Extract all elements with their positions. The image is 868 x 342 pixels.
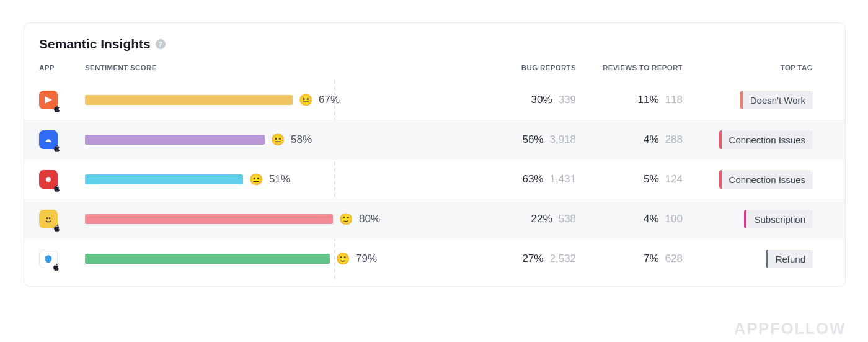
apple-icon (53, 144, 61, 153)
tag-label: Doesn't Work (743, 95, 813, 106)
sentiment-emoji-icon: 😐 (249, 174, 263, 185)
tag-label: Subscription (746, 214, 813, 225)
table-header: APP SENTIMENT SCORE BUG REPORTS REVIEWS … (24, 58, 845, 80)
help-icon[interactable]: ? (156, 39, 166, 49)
bug-count: 339 (559, 94, 576, 106)
reviews-count: 628 (665, 253, 683, 265)
app-cell (39, 130, 85, 149)
bug-reports-cell: 63% 1,431 (467, 173, 576, 186)
top-tag[interactable]: Connection Issues (719, 170, 813, 189)
app-icon[interactable] (39, 210, 58, 228)
apple-icon (53, 223, 61, 232)
sentiment-cell: 😐 58% (85, 133, 467, 146)
reviews-to-report-cell: 5% 124 (576, 173, 683, 186)
sentiment-emoji-icon: 🙂 (336, 253, 350, 264)
sentiment-bar (85, 174, 243, 184)
tag-label: Refund (768, 254, 813, 264)
reviews-count: 100 (665, 213, 683, 225)
sentiment-emoji-icon: 🙂 (339, 214, 353, 225)
card-title: Semantic Insights (39, 37, 151, 52)
top-tag[interactable]: Subscription (744, 210, 813, 228)
apple-icon (53, 184, 61, 192)
sentiment-bar (85, 214, 333, 224)
sentiment-cell: 😐 51% (85, 173, 467, 186)
reviews-to-report-cell: 7% 628 (576, 253, 683, 265)
sentiment-bar (85, 254, 330, 264)
tag-label: Connection Issues (722, 174, 813, 185)
col-header-reviews: REVIEWS TO REPORT (576, 64, 683, 71)
app-cell (39, 210, 85, 228)
apple-icon (52, 263, 61, 271)
bug-percent: 27% (522, 253, 543, 265)
bug-percent: 56% (522, 133, 543, 146)
table-row[interactable]: 😐 51% 63% 1,431 5% 124 Connection Issues (24, 160, 845, 199)
bug-percent: 22% (531, 213, 552, 225)
reviews-percent: 4% (644, 133, 659, 146)
bug-percent: 63% (522, 173, 543, 186)
bug-reports-cell: 27% 2,532 (467, 253, 576, 265)
bug-reports-cell: 30% 339 (467, 94, 576, 106)
table-row[interactable]: 🙂 80% 22% 538 4% 100 Subscription (24, 199, 845, 239)
watermark: APPFOLLOW (734, 319, 846, 338)
table-rows: 😐 67% 30% 339 11% 118 Doesn't Work (24, 80, 845, 279)
bug-count: 538 (559, 213, 576, 225)
sentiment-percent: 67% (319, 94, 340, 106)
app-icon[interactable] (39, 250, 58, 268)
sentiment-percent: 51% (269, 173, 290, 186)
semantic-insights-card: Semantic Insights ? APP SENTIMENT SCORE … (24, 22, 846, 287)
apple-icon (53, 104, 61, 113)
top-tag-cell: Refund (683, 250, 830, 268)
sentiment-cell: 😐 67% (85, 94, 467, 106)
bug-percent: 30% (531, 94, 552, 106)
sentiment-emoji-icon: 😐 (299, 94, 312, 106)
app-cell (39, 91, 85, 109)
sentiment-cell: 🙂 79% (85, 253, 467, 265)
top-tag[interactable]: Connection Issues (719, 130, 813, 149)
sentiment-percent: 80% (359, 213, 380, 225)
sentiment-bar (85, 135, 265, 145)
bug-count: 1,431 (549, 173, 576, 186)
top-tag-cell: Connection Issues (683, 130, 830, 149)
col-header-score: SENTIMENT SCORE (85, 64, 467, 71)
app-cell (39, 250, 85, 268)
top-tag-cell: Connection Issues (683, 170, 830, 189)
reviews-percent: 11% (638, 94, 659, 106)
reviews-to-report-cell: 4% 100 (576, 213, 683, 225)
sentiment-emoji-icon: 😐 (271, 134, 285, 145)
reviews-count: 124 (665, 173, 683, 186)
reviews-count: 288 (665, 133, 683, 146)
reviews-count: 118 (665, 94, 683, 106)
reviews-to-report-cell: 4% 288 (576, 133, 683, 146)
sentiment-percent: 79% (356, 253, 377, 265)
reviews-percent: 5% (644, 173, 659, 186)
col-header-bug: BUG REPORTS (467, 64, 576, 71)
app-icon[interactable] (39, 91, 58, 109)
top-tag-cell: Doesn't Work (683, 91, 830, 109)
table-row[interactable]: 🙂 79% 27% 2,532 7% 628 Refund (24, 239, 845, 279)
table-row[interactable]: 😐 67% 30% 339 11% 118 Doesn't Work (24, 80, 845, 120)
svg-point-1 (46, 217, 48, 219)
tag-label: Connection Issues (722, 135, 813, 145)
app-icon[interactable] (39, 130, 58, 149)
sentiment-percent: 58% (291, 133, 312, 146)
table-row[interactable]: 😐 58% 56% 3,918 4% 288 Connection Issues (24, 120, 845, 160)
sentiment-cell: 🙂 80% (85, 213, 467, 225)
top-tag-cell: Subscription (683, 210, 830, 228)
reviews-percent: 4% (644, 213, 659, 225)
sentiment-bar (85, 95, 293, 105)
app-icon[interactable] (39, 170, 58, 189)
col-header-app: APP (39, 64, 85, 71)
reviews-percent: 7% (644, 253, 659, 265)
top-tag[interactable]: Doesn't Work (740, 91, 813, 109)
svg-point-2 (49, 217, 51, 219)
bug-reports-cell: 56% 3,918 (467, 133, 576, 146)
card-header: Semantic Insights ? (24, 37, 845, 58)
top-tag[interactable]: Refund (766, 250, 813, 268)
svg-point-0 (46, 177, 51, 182)
bug-reports-cell: 22% 538 (467, 213, 576, 225)
bug-count: 3,918 (549, 133, 576, 146)
col-header-tag: TOP TAG (683, 64, 830, 71)
reviews-to-report-cell: 11% 118 (576, 94, 683, 106)
app-cell (39, 170, 85, 189)
bug-count: 2,532 (549, 253, 576, 265)
